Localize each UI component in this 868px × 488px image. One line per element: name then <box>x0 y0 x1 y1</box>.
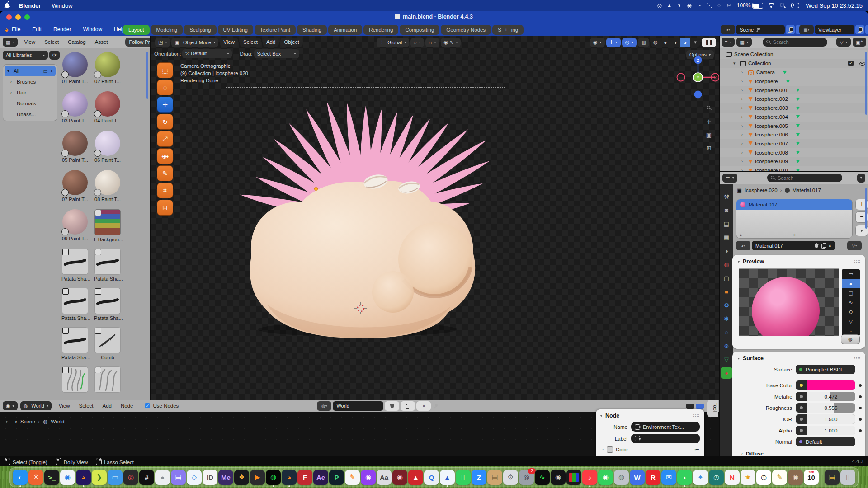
messages[interactable]: ◗ <box>677 470 692 485</box>
preview-world-button[interactable]: ◍ <box>841 334 860 344</box>
creative-cloud-icon[interactable]: ◎ <box>655 2 665 9</box>
Icosphere.009[interactable]: › Icosphere.009 <box>720 157 868 166</box>
node-label-field[interactable] <box>631 434 700 443</box>
prefs[interactable]: ⚙ <box>503 470 518 485</box>
breadcrumb-object[interactable]: Icosphere.020 <box>745 188 778 193</box>
cursor-tool[interactable]: ◌ <box>157 80 173 95</box>
preview-cube-button[interactable]: ▢ <box>842 288 860 298</box>
quicktime[interactable]: Q <box>424 470 439 485</box>
transform-tool[interactable]: ⟴ <box>157 148 173 164</box>
delete-viewlayer-button[interactable]: × <box>865 25 868 34</box>
Geometry Nodes[interactable]: Geometry Nodes <box>441 25 491 35</box>
paper-bird[interactable]: ◇ <box>187 470 202 485</box>
wire-globe[interactable]: ◍ <box>266 470 281 485</box>
keyboard-dots-icon[interactable]: ⋱ <box>704 2 714 9</box>
Comb[interactable]: Comb <box>94 327 121 360</box>
podcasts[interactable]: ◉ <box>361 470 376 485</box>
gizmo-toggle[interactable]: ✛▾ <box>606 38 621 47</box>
world-tab[interactable]: ◍ <box>721 258 732 270</box>
outliner-scrollbar[interactable] <box>865 52 867 115</box>
preview-sphere-button[interactable]: ● <box>842 279 860 288</box>
xray-toggle[interactable]: ▥ <box>638 38 649 47</box>
collection-checkbox[interactable]: ✓ <box>848 61 854 66</box>
trash[interactable]: ▯ <box>840 470 855 485</box>
add-catalog-icon[interactable]: + <box>50 68 53 74</box>
Window[interactable]: Window <box>83 26 102 33</box>
bird[interactable]: ❯ <box>92 470 107 485</box>
View[interactable]: View <box>19 39 40 45</box>
output-tab[interactable]: ▤ <box>721 218 732 230</box>
transform-orientation-select[interactable]: ⊹ Global▾ <box>377 38 409 47</box>
refresh-library-button[interactable]: ⟳ <box>49 51 60 60</box>
files-box[interactable]: ▤ <box>487 470 502 485</box>
new-scene-button[interactable] <box>786 25 795 34</box>
Animation[interactable]: Animation <box>328 25 362 35</box>
outliner-display-mode[interactable]: ≡▾ <box>722 38 735 47</box>
Select[interactable]: Select <box>40 39 63 45</box>
outliner-row-collection[interactable]: ▾ Collection ✓ <box>720 59 868 68</box>
node-panel-header[interactable]: ▾Node∷∷ <box>596 409 704 420</box>
breadcrumb-material[interactable]: Material.017 <box>793 188 821 193</box>
ekg[interactable]: ∿ <box>535 470 550 485</box>
mail[interactable]: ✉ <box>661 470 676 485</box>
news[interactable]: N <box>725 470 740 485</box>
viewlayer-name-field[interactable]: ViewLayer <box>815 25 854 34</box>
control-center-icon[interactable] <box>791 3 799 8</box>
app-drawer[interactable]: ▤ <box>825 470 840 485</box>
camera-view-icon[interactable]: ▣ <box>704 131 714 138</box>
expand-icon[interactable]: › <box>741 124 746 128</box>
fake-user-icon[interactable] <box>815 243 819 248</box>
expand-icon[interactable]: › <box>741 168 746 171</box>
01 Paint T...[interactable]: 01 Paint T... <box>61 52 89 84</box>
File[interactable]: File <box>12 26 20 33</box>
blender-logo-icon[interactable]: ◕ <box>5 26 9 33</box>
asset-scrollbar[interactable] <box>146 52 148 99</box>
Icosphere.007[interactable]: › Icosphere.007 <box>720 139 868 148</box>
helmet[interactable]: ◍ <box>614 470 629 485</box>
wifi-icon[interactable] <box>768 3 774 8</box>
decorator-dot[interactable] <box>859 429 862 432</box>
rotate-tool[interactable]: ↻ <box>157 114 173 130</box>
expand-icon[interactable]: › <box>741 159 746 164</box>
expand-icon[interactable]: › <box>741 150 746 155</box>
viewlayer-tab[interactable]: ▦ <box>721 231 732 243</box>
roughness-slider[interactable]: 0.555 <box>796 403 855 413</box>
Add[interactable]: Add <box>263 38 279 47</box>
shading-dropdown[interactable]: ▾ <box>690 38 700 47</box>
Icosphere[interactable]: › Icosphere <box>720 77 868 86</box>
surface-shader-select[interactable]: Principled BSDF <box>796 365 855 374</box>
properties-editor-type-button[interactable]: ☰▾ <box>722 174 737 183</box>
editor-type-button[interactable]: ▦▾ <box>3 38 18 47</box>
maps[interactable]: ⌖ <box>693 470 708 485</box>
scale-tool[interactable]: ⤢ <box>157 131 173 147</box>
safari[interactable]: ◉ <box>60 470 75 485</box>
[interactable] <box>61 366 89 394</box>
Icosphere.003[interactable]: › Icosphere.003 <box>720 103 868 113</box>
game-center[interactable]: ★ <box>741 470 755 485</box>
[interactable] <box>94 366 121 394</box>
Hair[interactable]: ›Hair <box>3 87 57 98</box>
node-header-button[interactable] <box>686 404 694 409</box>
folder[interactable]: ▭ <box>108 470 123 485</box>
object-tab[interactable]: ■ <box>721 286 732 297</box>
Icosphere.001[interactable]: › Icosphere.001 <box>720 86 868 95</box>
Icosphere.006[interactable]: › Icosphere.006 <box>720 130 868 139</box>
tool-tab[interactable]: ⚒ <box>721 191 732 202</box>
outliner-filter-mode[interactable]: ▦▾ <box>736 38 751 47</box>
viewport-3d[interactable]: ◳▾ ▣ Object Mode▾ ViewSelectAddObject ⊹ … <box>151 36 719 400</box>
select-box-tool[interactable]: ⬚ <box>157 62 173 78</box>
properties-scrollbar[interactable] <box>865 188 867 229</box>
Patata Sha...[interactable]: Patata Sha... <box>61 249 89 282</box>
launcher[interactable]: ✳ <box>28 470 43 485</box>
photo-booth[interactable]: ◉ <box>392 470 407 485</box>
Select[interactable]: Select <box>75 403 98 408</box>
scene-browse-icon[interactable]: ◑▾ <box>721 25 735 34</box>
node-header-button-active[interactable] <box>696 404 704 409</box>
08 Paint T...[interactable]: 08 Paint T... <box>94 170 121 202</box>
View[interactable]: View <box>220 38 238 47</box>
Catalog[interactable]: Catalog <box>63 39 90 45</box>
after-effects[interactable]: Ae <box>313 470 328 485</box>
rm-app[interactable]: R <box>646 470 660 485</box>
Patata Sha...[interactable]: Patata Sha... <box>94 249 121 282</box>
Icosphere.010[interactable]: › Icosphere.010 <box>720 166 868 171</box>
